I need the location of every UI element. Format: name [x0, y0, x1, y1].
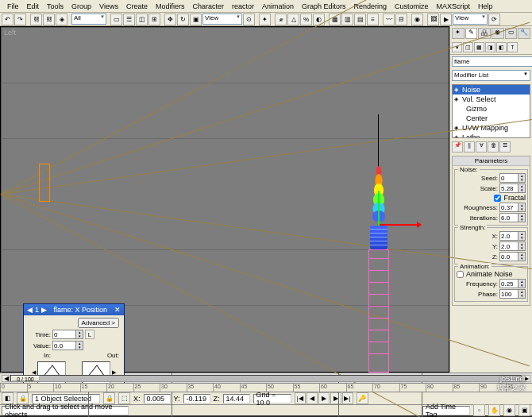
modify-tab[interactable]: ✎ [465, 28, 478, 39]
menu-modifiers[interactable]: Modifiers [152, 2, 189, 10]
show-result-button[interactable]: || [464, 141, 475, 153]
animate-noise-checkbox[interactable] [457, 271, 464, 278]
menu-customize[interactable]: Customize [391, 2, 433, 10]
y-coord[interactable]: -0.119 [183, 394, 210, 403]
iterations-spinner[interactable]: ▴▾ [499, 213, 526, 222]
modifier-gizmo[interactable]: Gizmo [453, 104, 530, 114]
create-tab[interactable]: ✦ [452, 28, 465, 39]
goto-start-button[interactable]: |◀ [295, 392, 306, 404]
gizmo-y-axis[interactable] [378, 191, 380, 226]
modifier-lathe[interactable]: ◈Lathe [453, 133, 530, 138]
menu-tools[interactable]: Tools [43, 2, 67, 10]
roughness-spinner[interactable]: ▴▾ [499, 203, 526, 212]
align-button[interactable]: ▤ [354, 14, 366, 25]
modifier-vol-select[interactable]: ◈Vol. Select [453, 95, 530, 104]
strength-z-spinner[interactable]: ▴▾ [499, 252, 526, 261]
strength-y-spinner[interactable]: ▴▾ [499, 241, 526, 251]
pan-button[interactable]: ✋ [488, 404, 500, 416]
menu-character[interactable]: Character [188, 2, 228, 10]
manipulate-button[interactable]: ✦ [259, 14, 271, 25]
select-region-button[interactable]: ◫ [136, 14, 148, 25]
x-coord[interactable]: 0.005 [144, 394, 171, 403]
redo-button[interactable]: ↷ [14, 14, 26, 25]
render-scene-button[interactable]: 🖼 [427, 14, 439, 25]
angle-snap-button[interactable]: △ [287, 14, 299, 25]
menu-maxscript[interactable]: MAXScript [433, 2, 475, 10]
render-last-button[interactable]: ⟳ [488, 14, 500, 25]
time-spinner[interactable]: ▴▾ [52, 330, 83, 339]
goto-end-button[interactable]: ▶| [342, 392, 353, 404]
configure-button[interactable]: ☰ [499, 141, 511, 153]
pin-stack-button[interactable]: 📌 [452, 141, 463, 153]
quick-render-button[interactable]: ▶ [440, 14, 452, 25]
layers-button[interactable]: ≡ [367, 14, 379, 25]
coord-system[interactable]: View [202, 14, 242, 25]
modifier-stack[interactable]: ◈Noise◈Vol. Select Gizmo Center◈UVW Mapp… [452, 84, 530, 138]
render-preset[interactable]: View [453, 14, 488, 25]
utilities-tab[interactable]: 🔧 [518, 28, 530, 39]
menu-reactor[interactable]: reactor [228, 2, 258, 10]
prev-frame-button[interactable]: ◀ [306, 392, 318, 404]
rotate-button[interactable]: ↻ [177, 14, 189, 25]
link-button[interactable]: ⛓ [30, 14, 42, 25]
undo-button[interactable]: ↶ [2, 14, 13, 25]
config-icon[interactable]: ▦ [474, 42, 484, 52]
phase-spinner[interactable]: ▴▾ [499, 289, 526, 299]
slider-prev-button[interactable]: ◀ [2, 375, 10, 382]
move-button[interactable]: ✥ [164, 14, 176, 25]
slider-next-button[interactable]: ▶ [522, 375, 530, 382]
slider-thumb[interactable]: 0 / 100 [11, 376, 40, 381]
menu-animation[interactable]: Animation [258, 2, 298, 10]
menu-rendering[interactable]: Rendering [350, 2, 391, 10]
next-frame-button[interactable]: ▶ [330, 392, 341, 404]
menu-views[interactable]: Views [95, 2, 122, 10]
seed-spinner[interactable]: ▴▾ [499, 173, 526, 183]
make-unique-button[interactable]: ∀ [476, 141, 487, 153]
select-name-button[interactable]: ☰ [123, 14, 135, 25]
menu-help[interactable]: Help [474, 2, 497, 10]
extra-icon[interactable]: ◧ [496, 42, 507, 52]
snap-button[interactable]: ⸙ [275, 14, 287, 25]
timeline-ruler[interactable]: 0510152025303540455055606570758085909510… [0, 383, 532, 392]
z-coord[interactable]: 14.44 [223, 394, 250, 403]
key-mode-button[interactable]: 🔑 [357, 392, 368, 404]
play-button[interactable]: ▶ [318, 392, 330, 404]
pivot-button[interactable]: ⊙ [243, 14, 255, 25]
viewport-left[interactable]: Left [0, 26, 449, 373]
selection-filter[interactable]: All [71, 14, 106, 25]
arc-rotate-button[interactable]: ◉ [503, 404, 515, 416]
select-button[interactable]: ▭ [110, 14, 122, 25]
scale-spinner[interactable]: ▴▾ [499, 183, 526, 193]
fractal-checkbox[interactable] [494, 195, 501, 202]
advanced-button[interactable]: Advanced > [78, 318, 119, 328]
curve-editor-button[interactable]: 〰 [383, 14, 395, 25]
help-icon[interactable]: T [507, 42, 518, 52]
menu-file[interactable]: File [3, 2, 23, 10]
value-spinner[interactable]: ▴▾ [52, 341, 83, 350]
max-toggle-button[interactable]: ▣ [519, 404, 530, 416]
time-tag[interactable]: Add Time Tag [422, 406, 470, 415]
rollout-header[interactable]: Parameters [453, 156, 530, 166]
dialog-titlebar[interactable]: ◀1▶ flame: X Position ✕ [24, 304, 124, 315]
min-button[interactable]: ▫ [473, 404, 485, 416]
menu-create[interactable]: Create [122, 2, 152, 10]
scale-button[interactable]: ▣ [190, 14, 202, 25]
menu-edit[interactable]: Edit [23, 2, 44, 10]
window-cross-button[interactable]: ⊞ [148, 14, 160, 25]
unlink-button[interactable]: ⛓ [43, 14, 55, 25]
next-key-icon[interactable]: ▶ [41, 306, 47, 314]
modifier-noise[interactable]: ◈Noise [453, 85, 530, 95]
strength-x-spinner[interactable]: ▴▾ [499, 231, 526, 241]
close-icon[interactable]: ✕ [114, 306, 121, 314]
percent-snap-button[interactable]: % [300, 14, 312, 25]
lock-panel-icon[interactable]: ◨ [485, 42, 495, 52]
time-slider[interactable]: ◀ 0 / 100 ▶ [0, 373, 532, 383]
gizmo-x-axis[interactable] [379, 224, 418, 226]
prev-key-icon[interactable]: ◀ [27, 306, 33, 314]
modifier-list-dropdown[interactable]: Modifier List [452, 70, 530, 81]
lock-icon[interactable]: L [85, 330, 94, 339]
remove-mod-button[interactable]: 🗑 [488, 141, 499, 153]
menu-group[interactable]: Group [67, 2, 95, 10]
material-button[interactable]: ◉ [411, 14, 423, 25]
frequency-spinner[interactable]: ▴▾ [499, 279, 526, 288]
